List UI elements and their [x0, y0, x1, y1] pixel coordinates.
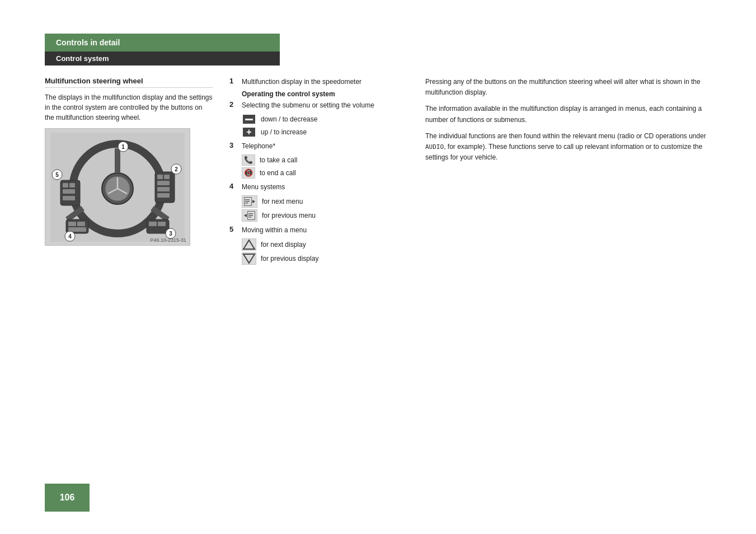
take-call-icon: 📞 — [242, 154, 255, 166]
svg-rect-14 — [63, 196, 75, 200]
item-1-text: Multifunction display in the speedometer — [242, 77, 361, 87]
minus-icon — [243, 115, 255, 124]
svg-rect-47 — [245, 203, 248, 204]
right-para-3-mono: AUDIO — [425, 143, 444, 151]
item-2: 2 Selecting the submenu or setting the v… — [229, 100, 408, 110]
svg-rect-20 — [157, 193, 170, 198]
svg-rect-17 — [164, 175, 170, 179]
svg-rect-25 — [147, 219, 169, 233]
plus-row: up / to increase — [242, 127, 408, 138]
item-4-num: 4 — [229, 182, 237, 190]
right-para-3-prefix: The individual functions are then found … — [425, 132, 706, 140]
next-display-label: for next display — [261, 240, 306, 250]
main-content: Multifunction steering wheel The display… — [0, 77, 756, 266]
prev-display-label: for previous display — [261, 254, 318, 264]
item-5: 5 Moving within a menu — [229, 225, 408, 235]
right-para-3-suffix: , for example). These functions serve to… — [425, 143, 702, 161]
item-3-num: 3 — [229, 141, 237, 149]
page-number: 106 — [60, 493, 75, 503]
steering-wheel-image: 1 2 3 4 5 P46.10-2315-31 — [45, 128, 190, 246]
plus-icon-box — [242, 127, 256, 138]
item-2-text: Selecting the submenu or setting the vol… — [242, 100, 374, 110]
svg-text:3: 3 — [169, 231, 172, 237]
svg-text:📵: 📵 — [244, 168, 253, 177]
right-para-3: The individual functions are then found … — [425, 131, 711, 163]
svg-rect-13 — [63, 189, 75, 194]
svg-text:2: 2 — [175, 166, 178, 172]
svg-rect-12 — [69, 183, 75, 188]
svg-text:1: 1 — [121, 144, 125, 150]
left-description: The displays in the multifunction displa… — [45, 92, 213, 123]
item-4: 4 Menu systems — [229, 182, 408, 192]
svg-rect-11 — [63, 183, 68, 188]
minus-icon-box — [242, 114, 256, 125]
steering-wheel-svg: 1 2 3 4 5 — [50, 133, 185, 242]
svg-text:5: 5 — [55, 172, 59, 178]
prev-display-icon — [242, 252, 256, 265]
subsection-bar: Control system — [45, 51, 280, 65]
section-label: Controls in detail — [56, 38, 120, 47]
end-call-icon: 📵 — [242, 167, 255, 179]
item-5-text: Moving within a menu — [242, 225, 307, 235]
item-1-num: 1 — [229, 77, 237, 85]
page-number-box: 106 — [45, 484, 90, 512]
image-caption: P46.10-2315-31 — [150, 237, 186, 243]
end-call-label: to end a call — [260, 168, 296, 178]
middle-column: 1 Multifunction display in the speedomet… — [229, 77, 408, 266]
take-call-label: to take a call — [260, 156, 297, 165]
section-title: Multifunction steering wheel — [45, 77, 213, 88]
operating-heading: Operating the control system — [242, 90, 408, 98]
section-header: Controls in detail — [45, 34, 280, 51]
svg-rect-22 — [68, 222, 76, 226]
minus-row: down / to decrease — [242, 114, 408, 125]
right-para-1: Pressing any of the buttons on the multi… — [425, 77, 711, 98]
svg-rect-16 — [157, 175, 163, 179]
next-display-icon — [242, 238, 256, 251]
svg-rect-27 — [158, 222, 166, 226]
svg-rect-19 — [157, 187, 170, 191]
item-3: 3 Telephone* — [229, 141, 408, 151]
item-2-num: 2 — [229, 100, 237, 109]
prev-menu-row: for previous menu — [242, 209, 408, 222]
svg-rect-46 — [245, 201, 250, 202]
svg-rect-23 — [77, 222, 85, 226]
item-3-text: Telephone* — [242, 141, 275, 151]
svg-text:4: 4 — [68, 233, 72, 240]
item-1: 1 Multifunction display in the speedomet… — [229, 77, 408, 87]
svg-text:📞: 📞 — [244, 155, 253, 165]
prev-menu-icon — [242, 209, 257, 222]
svg-rect-26 — [149, 222, 157, 226]
next-display-row: for next display — [242, 238, 408, 251]
item-4-text: Menu systems — [242, 182, 285, 192]
prev-menu-label: for previous menu — [262, 211, 316, 221]
svg-rect-18 — [157, 181, 170, 185]
svg-rect-45 — [245, 199, 250, 200]
left-column: Multifunction steering wheel The display… — [45, 77, 213, 266]
prev-display-row: for previous display — [242, 252, 408, 265]
page-wrapper: Controls in detail Control system Multif… — [0, 0, 756, 534]
item-5-num: 5 — [229, 225, 237, 233]
subsection-label: Control system — [56, 54, 109, 63]
right-para-2: The information available in the multifu… — [425, 104, 711, 125]
svg-rect-52 — [248, 213, 253, 214]
right-column: Pressing any of the buttons on the multi… — [425, 77, 711, 266]
plus-icon — [243, 128, 255, 137]
plus-label: up / to increase — [261, 128, 307, 137]
next-menu-label: for next menu — [262, 197, 303, 207]
end-call-row: 📵 to end a call — [242, 167, 408, 179]
svg-rect-54 — [248, 217, 251, 218]
next-menu-icon — [242, 195, 257, 208]
minus-label: down / to decrease — [261, 115, 317, 124]
take-call-row: 📞 to take a call — [242, 154, 408, 166]
next-menu-row: for next menu — [242, 195, 408, 208]
svg-rect-53 — [248, 215, 253, 216]
